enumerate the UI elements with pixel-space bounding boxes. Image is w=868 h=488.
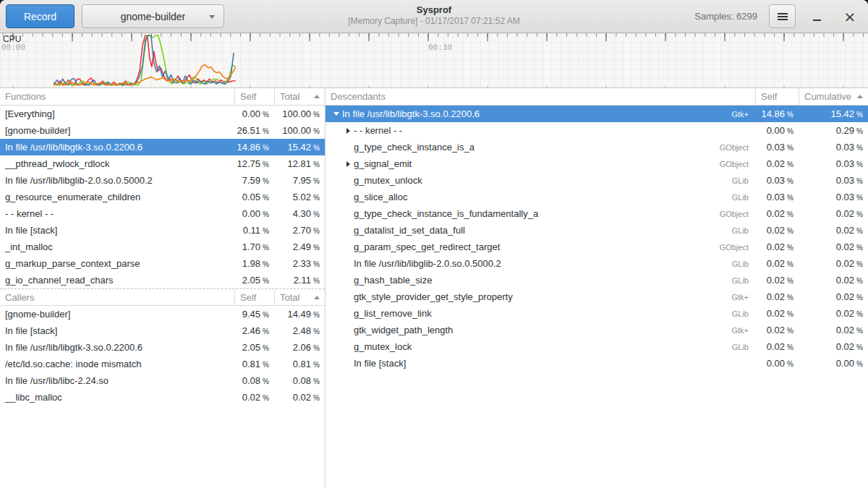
table-row[interactable]: g_type_check_instance_is_aGObject0.03%0.… <box>326 139 868 155</box>
table-row[interactable]: gtk_widget_path_lengthGtk+0.02%0.02% <box>326 322 868 338</box>
table-row[interactable]: [gnome-builder]26.51%100.00% <box>0 122 325 139</box>
cumulative-percent: 0.02% <box>799 241 868 252</box>
expander-icon[interactable] <box>342 128 354 134</box>
table-row[interactable]: g_resource_enumerate_children0.05%5.02% <box>0 189 325 205</box>
percent-value: 5.02 <box>293 192 311 202</box>
total-percent: 2.06% <box>274 342 325 353</box>
record-button[interactable]: Record <box>6 4 75 28</box>
percent-sign: % <box>787 343 793 351</box>
function-name: __pthread_rwlock_rdlock <box>0 158 234 169</box>
close-icon: × <box>844 9 856 24</box>
tree-cell: g_datalist_id_set_data_fullGLib <box>326 225 755 236</box>
percent-sign: % <box>313 394 320 402</box>
percent-value: 0.02 <box>767 208 785 219</box>
self-percent: 0.03% <box>755 192 799 202</box>
menu-button[interactable] <box>769 4 796 28</box>
descendants-cumulative-column-header[interactable]: Cumulative <box>799 88 868 105</box>
percent-value: 0.08 <box>242 375 260 386</box>
table-row[interactable]: g_datalist_id_set_data_fullGLib0.02%0.02… <box>326 222 868 239</box>
table-row[interactable]: __pthread_rwlock_rdlock12.75%12.81% <box>0 155 325 172</box>
table-row[interactable]: In file /usr/lib/libgtk-3.so.0.2200.62.0… <box>0 339 325 356</box>
percent-sign: % <box>787 210 793 218</box>
cumulative-percent: 0.00% <box>799 358 868 369</box>
function-name: [gnome-builder] <box>0 309 234 320</box>
self-percent: 2.05% <box>234 342 274 353</box>
total-percent: 2.49% <box>274 241 325 252</box>
table-row[interactable]: In file [stack]0.00%0.00% <box>326 355 868 372</box>
self-percent: 0.02% <box>755 225 799 236</box>
cumulative-percent: 0.02% <box>799 325 868 335</box>
table-row[interactable]: In file /usr/lib/libgtk-3.so.0.2200.614.… <box>0 139 325 155</box>
function-name: g_list_remove_link <box>354 308 432 319</box>
table-row[interactable]: _int_malloc1.70%2.49% <box>0 239 325 255</box>
window-title-block: Sysprof [Memory Capture] - 01/17/2017 07… <box>348 4 519 27</box>
table-row[interactable]: - - kernel - -0.00%0.29% <box>326 122 868 139</box>
minimize-button[interactable] <box>804 4 829 28</box>
callers-column-header[interactable]: Callers <box>0 289 234 305</box>
table-row[interactable]: - - kernel - -0.00%4.30% <box>0 205 325 222</box>
table-row[interactable]: In file /usr/lib/libglib-2.0.so.0.5000.2… <box>0 172 325 189</box>
table-row[interactable]: g_list_remove_linkGLib0.02%0.02% <box>326 305 868 322</box>
table-row[interactable]: In file /usr/lib/libc-2.24.so0.08%0.08% <box>0 372 325 389</box>
library-tag: Gtk+ <box>731 293 755 301</box>
descendants-column-header[interactable]: Descendants <box>326 88 755 105</box>
close-button[interactable]: × <box>838 4 862 28</box>
descendants-self-column-header[interactable]: Self <box>755 88 799 105</box>
expander-icon[interactable] <box>342 161 354 167</box>
percent-value: 0.03 <box>836 192 854 202</box>
table-row[interactable]: In file /usr/lib/libgtk-3.so.0.2200.6Gtk… <box>326 106 868 122</box>
percent-sign: % <box>856 144 863 152</box>
percent-value: 0.05 <box>242 192 260 202</box>
table-row[interactable]: g_param_spec_get_redirect_targetGObject0… <box>326 239 868 255</box>
table-row[interactable]: g_type_check_instance_is_fundamentally_a… <box>326 205 868 222</box>
table-row[interactable]: g_markup_parse_context_parse1.98%2.33% <box>0 255 325 272</box>
percent-sign: % <box>856 360 863 368</box>
tree-cell: In file [stack] <box>326 358 755 369</box>
function-name: g_markup_parse_context_parse <box>0 258 234 269</box>
percent-sign: % <box>787 244 793 252</box>
functions-self-column-header[interactable]: Self <box>234 88 274 105</box>
process-selector-dropdown[interactable]: gnome-builder <box>82 4 224 28</box>
percent-sign: % <box>856 294 863 301</box>
table-row[interactable]: [Everything]0.00%100.00% <box>0 106 325 122</box>
self-percent: 14.86% <box>234 142 274 153</box>
table-row[interactable]: g_mutex_lockGLib0.02%0.02% <box>326 338 868 355</box>
table-row[interactable]: /etc/ld.so.cache: inode mismatch0.81%0.8… <box>0 356 325 372</box>
table-row[interactable]: __libc_malloc0.02%0.02% <box>0 389 325 406</box>
table-row[interactable]: g_mutex_unlockGLib0.03%0.03% <box>326 172 868 189</box>
table-row[interactable]: In file /usr/lib/libglib-2.0.so.0.5000.2… <box>326 255 868 272</box>
cumulative-percent: 0.02% <box>799 341 868 352</box>
percent-sign: % <box>313 227 320 235</box>
expander-icon[interactable] <box>331 112 342 116</box>
total-percent: 2.33% <box>274 258 325 269</box>
percent-sign: % <box>787 260 793 268</box>
percent-value: 2.46 <box>242 325 260 336</box>
percent-sign: % <box>787 277 793 285</box>
callers-self-column-header[interactable]: Self <box>234 289 274 305</box>
function-name: - - kernel - - <box>354 125 402 136</box>
percent-sign: % <box>263 244 269 252</box>
percent-value: 0.03 <box>836 175 854 186</box>
percent-sign: % <box>263 394 269 402</box>
tree-cell: g_type_check_instance_is_fundamentally_a… <box>326 208 755 219</box>
callers-total-column-header[interactable]: Total <box>274 289 325 305</box>
tree-cell: gtk_widget_path_lengthGtk+ <box>326 325 755 335</box>
table-row[interactable]: g_hash_table_sizeGLib0.02%0.02% <box>326 272 868 288</box>
percent-value: 0.81 <box>293 359 311 369</box>
cpu-graph[interactable]: CPU 00:00 00:30 <box>0 33 868 88</box>
table-row[interactable]: g_slice_allocGLib0.03%0.03% <box>326 189 868 205</box>
table-row[interactable]: g_io_channel_read_chars2.05%2.11% <box>0 272 325 288</box>
table-row[interactable]: g_signal_emitGObject0.02%0.03% <box>326 155 868 172</box>
self-percent: 0.81% <box>234 359 274 369</box>
table-row[interactable]: In file [stack]0.11%2.70% <box>0 222 325 239</box>
percent-sign: % <box>263 210 269 218</box>
table-row[interactable]: [gnome-builder]9.45%14.49% <box>0 306 325 322</box>
functions-total-column-header[interactable]: Total <box>274 88 325 105</box>
total-percent: 14.49% <box>274 309 325 320</box>
functions-column-header[interactable]: Functions <box>0 88 234 105</box>
table-row[interactable]: gtk_style_provider_get_style_propertyGtk… <box>326 288 868 305</box>
tree-cell: g_hash_table_sizeGLib <box>326 275 755 286</box>
function-name: g_mutex_unlock <box>354 175 422 186</box>
library-tag: GLib <box>732 193 755 202</box>
table-row[interactable]: In file [stack]2.46%2.48% <box>0 322 325 339</box>
